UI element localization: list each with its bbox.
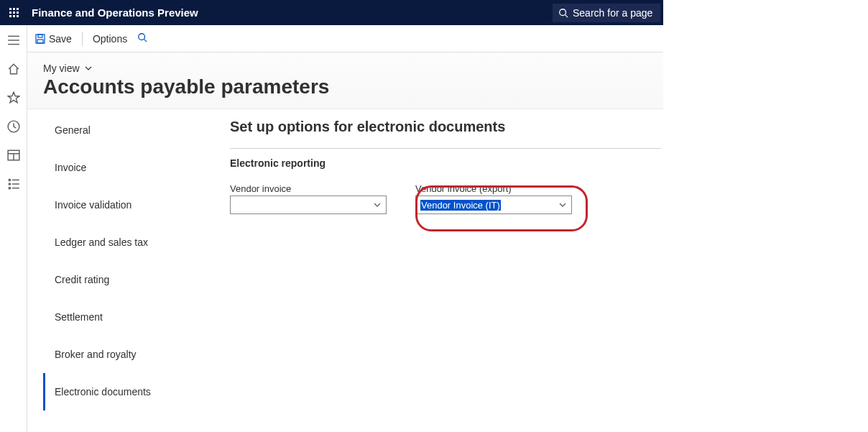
nav-item-credit-rating[interactable]: Credit rating (43, 261, 223, 298)
svg-point-9 (9, 179, 10, 180)
vendor-invoice-export-dropdown[interactable]: Vendor Invoice (IT) (415, 196, 572, 214)
workspace-icon[interactable] (7, 149, 20, 162)
app-launcher-button[interactable] (0, 0, 27, 25)
chevron-down-icon (373, 201, 382, 209)
vendor-invoice-label: Vendor invoice (230, 183, 387, 194)
main-content: Set up options for electronic documents … (230, 111, 661, 214)
recent-icon[interactable] (7, 120, 20, 133)
svg-rect-16 (38, 35, 42, 37)
svg-point-11 (9, 183, 10, 185)
top-header: Finance and Operations Preview Search fo… (0, 0, 663, 25)
nav-item-invoice[interactable]: Invoice (43, 149, 223, 186)
menu-icon[interactable] (7, 34, 20, 47)
chevron-down-icon (558, 201, 567, 209)
vendor-invoice-export-value: Vendor Invoice (IT) (420, 200, 501, 211)
waffle-icon (9, 8, 19, 17)
save-button[interactable]: Save (34, 33, 72, 45)
subsection-title: Electronic reporting (230, 157, 661, 169)
svg-line-1 (565, 14, 568, 17)
app-title: Finance and Operations Preview (32, 6, 198, 19)
save-icon (34, 33, 46, 45)
svg-point-18 (139, 33, 145, 40)
home-icon[interactable] (7, 63, 20, 75)
svg-point-13 (9, 188, 10, 189)
nav-item-invoice-validation[interactable]: Invoice validation (43, 186, 223, 224)
nav-item-electronic-documents[interactable]: Electronic documents (43, 373, 223, 410)
my-view-label: My view (43, 63, 80, 74)
action-bar: Save Options (27, 25, 663, 52)
action-divider (82, 32, 83, 46)
vendor-invoice-dropdown[interactable] (230, 196, 387, 214)
chevron-down-icon (84, 64, 93, 73)
left-rail (0, 25, 27, 432)
settings-nav: General Invoice Invoice validation Ledge… (43, 111, 223, 410)
search-icon (558, 8, 568, 18)
nav-item-ledger-sales-tax[interactable]: Ledger and sales tax (43, 224, 223, 261)
svg-rect-17 (37, 40, 43, 43)
nav-item-broker-royalty[interactable]: Broker and royalty (43, 336, 223, 373)
vendor-invoice-field: Vendor invoice (230, 183, 387, 214)
nav-item-general[interactable]: General (43, 111, 223, 149)
search-icon (137, 32, 147, 42)
section-title: Set up options for electronic documents (230, 119, 661, 135)
options-button[interactable]: Options (93, 33, 127, 45)
page-header: My view Accounts payable parameters (27, 52, 663, 109)
star-icon[interactable] (7, 91, 20, 104)
nav-item-settlement[interactable]: Settlement (43, 298, 223, 336)
field-row: Vendor invoice Vendor invoice (export) V… (230, 183, 661, 214)
search-placeholder: Search for a page (573, 7, 652, 19)
page-title: Accounts payable parameters (43, 75, 663, 98)
my-view-dropdown[interactable]: My view (43, 63, 663, 74)
vendor-invoice-export-field: Vendor invoice (export) Vendor Invoice (… (415, 183, 572, 214)
section-divider (230, 148, 661, 149)
svg-point-0 (560, 9, 566, 15)
svg-line-19 (144, 39, 147, 42)
action-search-button[interactable] (137, 32, 147, 45)
modules-icon[interactable] (7, 178, 20, 190)
save-label: Save (49, 33, 72, 45)
vendor-invoice-export-label: Vendor invoice (export) (415, 183, 572, 194)
global-search-box[interactable]: Search for a page (553, 4, 660, 22)
